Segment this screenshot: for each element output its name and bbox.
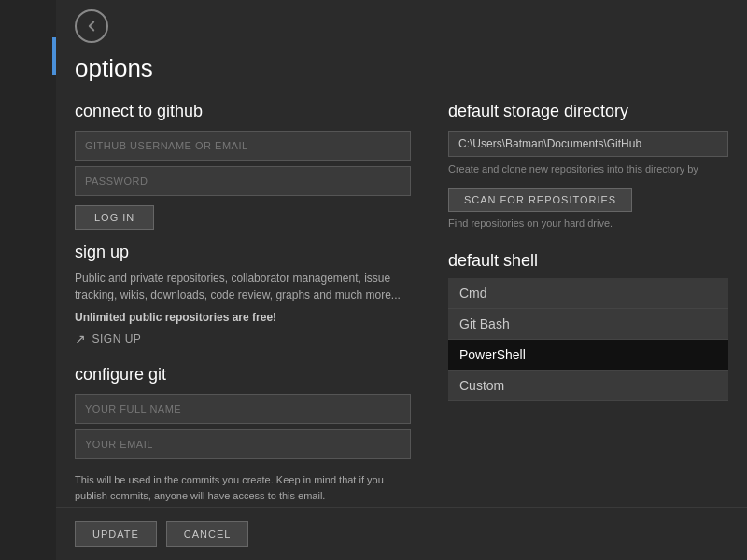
- page-title: options: [75, 54, 728, 83]
- github-username-input[interactable]: [75, 131, 411, 161]
- main-content: options connect to github LOG IN sign up…: [56, 0, 747, 560]
- git-note-text: This will be used in the commits you cre…: [75, 474, 384, 501]
- right-column: default storage directory C:\Users\Batma…: [448, 102, 728, 519]
- signup-section: sign up Public and private repositories,…: [75, 243, 411, 346]
- back-button[interactable]: [75, 9, 108, 43]
- git-name-input[interactable]: [75, 394, 411, 424]
- configure-git-section: configure git This will be used in the c…: [75, 365, 411, 519]
- shell-section: default shell Cmd Git Bash PowerShell Cu…: [448, 251, 728, 401]
- github-password-input[interactable]: [75, 166, 411, 196]
- sidebar-active-indicator: [52, 37, 56, 75]
- shell-option-custom[interactable]: Custom: [448, 371, 728, 401]
- two-column-layout: connect to github LOG IN sign up Public …: [75, 102, 728, 519]
- cancel-button[interactable]: CANCEL: [166, 521, 249, 547]
- signup-title: sign up: [75, 243, 411, 262]
- storage-title: default storage directory: [448, 102, 728, 121]
- storage-section: default storage directory C:\Users\Batma…: [448, 102, 728, 229]
- git-email-input[interactable]: [75, 429, 411, 459]
- sidebar: [0, 0, 56, 560]
- signup-description: Public and private repositories, collabo…: [75, 270, 411, 303]
- signup-link-label: SIGN UP: [92, 332, 142, 345]
- shell-title: default shell: [448, 251, 728, 271]
- connect-github-section: connect to github LOG IN: [75, 102, 411, 243]
- login-button[interactable]: LOG IN: [75, 205, 154, 230]
- shell-list: Cmd Git Bash PowerShell Custom: [448, 278, 728, 401]
- scan-note: Find repositories on your hard drive.: [448, 217, 728, 229]
- connect-github-title: connect to github: [75, 102, 411, 121]
- shell-option-cmd[interactable]: Cmd: [448, 278, 728, 309]
- footer: UPDATE CANCEL: [56, 507, 747, 560]
- update-button[interactable]: UPDATE: [75, 521, 157, 547]
- left-column: connect to github LOG IN sign up Public …: [75, 102, 411, 519]
- external-link-icon: ↗: [75, 331, 87, 346]
- signup-link[interactable]: ↗ SIGN UP: [75, 331, 411, 346]
- signup-free-text: Unlimited public repositories are free!: [75, 311, 276, 324]
- shell-option-gitbash[interactable]: Git Bash: [448, 309, 728, 340]
- storage-note: Create and clone new repositories into t…: [448, 162, 728, 176]
- shell-option-powershell[interactable]: PowerShell: [448, 340, 728, 371]
- configure-git-title: configure git: [75, 365, 411, 385]
- storage-path: C:\Users\Batman\Documents\GitHub: [448, 131, 728, 157]
- scan-repositories-button[interactable]: SCAN FOR REPOSITORIES: [448, 188, 632, 212]
- app-container: options connect to github LOG IN sign up…: [0, 0, 747, 560]
